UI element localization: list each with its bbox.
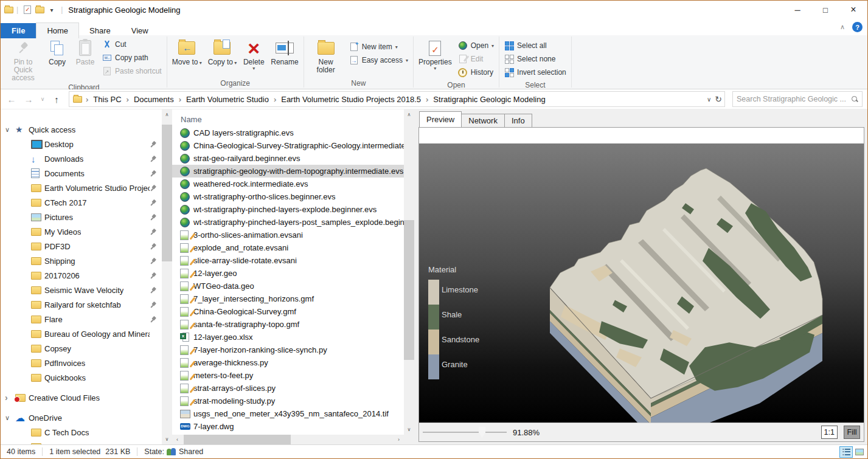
file-row[interactable]: stratigraphic-geology-with-dem-topograph… xyxy=(172,165,404,178)
file-row[interactable]: average-thickness.py xyxy=(172,356,404,369)
sidebar-item[interactable]: OneDrive xyxy=(1,410,162,425)
sidebar-item[interactable]: Copsey xyxy=(1,341,162,356)
history-button[interactable]: History xyxy=(456,67,496,78)
refresh-icon[interactable]: ↻ xyxy=(715,94,722,104)
search-input[interactable] xyxy=(737,95,852,103)
sidebar-item[interactable]: Seismic Wave Velocity xyxy=(1,283,162,297)
details-view-button[interactable] xyxy=(839,446,853,458)
file-row[interactable]: 12-layer.geo xyxy=(172,267,404,280)
column-header-name[interactable]: Name xyxy=(172,109,404,126)
sidebar-item[interactable]: Dev CTech xyxy=(1,440,162,444)
sidebar-item[interactable]: Documents xyxy=(1,166,162,181)
sidebar-item[interactable]: CTech 2017 xyxy=(1,195,162,210)
paste-shortcut-button[interactable]: Paste shortcut xyxy=(100,66,164,77)
menu-tab[interactable]: Home xyxy=(36,22,79,38)
properties-button[interactable]: Properties ▾ xyxy=(415,36,455,71)
address-dropdown-icon[interactable]: ∨ xyxy=(707,96,711,103)
zoom-slider-thumb[interactable] xyxy=(479,427,485,438)
scrollbar-thumb[interactable] xyxy=(404,220,414,360)
file-row[interactable]: 3-ortho-slices-animation.evsani xyxy=(172,229,404,241)
forward-button[interactable]: → xyxy=(21,92,36,106)
breadcrumb-segment[interactable]: Earth Volumetric Studio xyxy=(176,95,271,104)
menu-tab[interactable]: Share xyxy=(79,23,121,38)
scroll-down-icon[interactable]: ∨ xyxy=(404,424,414,435)
search-icon[interactable] xyxy=(852,96,858,103)
file-row[interactable]: meters-to-feet.py xyxy=(172,369,404,382)
scroll-left-icon[interactable]: ‹ xyxy=(172,435,182,444)
sidebar-item[interactable]: PDF3D xyxy=(1,239,162,254)
file-row[interactable]: explode_and_rotate.evsani xyxy=(172,241,404,254)
file-row[interactable]: China-Geological-Survey.gmf xyxy=(172,305,404,318)
scroll-down-icon[interactable]: ∨ xyxy=(162,434,172,444)
sidebar-item[interactable]: 20170206 xyxy=(1,268,162,283)
help-icon[interactable]: ? xyxy=(852,22,863,32)
horizontal-scrollbar[interactable]: ‹ › xyxy=(172,435,404,444)
breadcrumb-segment[interactable]: This PC xyxy=(83,95,124,104)
menu-tab[interactable]: File xyxy=(1,23,36,38)
file-list-scrollbar[interactable]: ∧ ∨ xyxy=(404,109,414,435)
sidebar-item[interactable]: My Videos xyxy=(1,224,162,239)
file-row[interactable]: strat-arrays-of-slices.py xyxy=(172,382,404,395)
file-row[interactable]: wt-stratigraphy-pinched-layers-post_samp… xyxy=(172,216,404,229)
expand-chevron-icon[interactable] xyxy=(5,126,15,134)
close-button[interactable]: × xyxy=(839,1,867,19)
open-button[interactable]: Open xyxy=(456,40,496,51)
copy-button[interactable]: Copy xyxy=(43,36,71,67)
file-row[interactable]: 7-layer.dwg xyxy=(172,420,404,433)
sidebar-item[interactable]: Quick access xyxy=(1,122,162,137)
file-row[interactable]: 7_layer_intersecting_horizons.gmf xyxy=(172,292,404,305)
fill-button[interactable]: Fill xyxy=(844,426,860,439)
sidebar-item[interactable]: Quickbooks xyxy=(1,370,162,385)
maximize-button[interactable]: □ xyxy=(811,1,839,19)
file-row[interactable]: usgs_ned_one_meter_x43y395_nm_santafeco_… xyxy=(172,407,404,420)
new-folder-button[interactable]: New folder xyxy=(306,36,346,75)
copy-path-button[interactable]: w..Copy path xyxy=(100,52,164,63)
sidebar-item[interactable]: Downloads xyxy=(1,151,162,166)
sidebar-item[interactable]: C Tech Docs xyxy=(1,425,162,440)
file-row[interactable]: WTGeo-data.geo xyxy=(172,280,404,292)
scroll-right-icon[interactable]: › xyxy=(394,435,404,444)
file-row[interactable]: CAD layers-stratigraphic.evs xyxy=(172,126,404,139)
file-row[interactable]: strat-geo-railyard.beginner.evs xyxy=(172,152,404,165)
breadcrumb-segment[interactable]: Earth Volumetric Studio Projects 2018.5 xyxy=(271,95,423,104)
delete-button[interactable]: Delete ▾ xyxy=(240,36,268,71)
breadcrumb-segment[interactable]: Documents xyxy=(124,95,176,104)
select-all-button[interactable]: Select all xyxy=(502,40,568,51)
cut-button[interactable]: Cut xyxy=(100,39,164,50)
file-row[interactable]: wt-stratigraphy-pinched-layers-explode.b… xyxy=(172,203,404,216)
sidebar-item[interactable]: Pictures xyxy=(1,210,162,224)
menu-tab[interactable]: View xyxy=(121,23,159,38)
file-row[interactable]: weathered-rock.intermediate.evs xyxy=(172,178,404,190)
pin-to-quick-access-button[interactable]: Pin to Quick access xyxy=(3,36,43,83)
easy-access-button[interactable]: Easy access xyxy=(347,55,410,66)
sidebar-item[interactable]: Bureau of Geology and Mineral Enginee xyxy=(1,326,162,341)
3d-viewport[interactable]: Material Limestone Shale Sands xyxy=(419,143,864,423)
sidebar-item[interactable]: Desktop xyxy=(1,137,162,151)
sidebar-item[interactable]: Flare xyxy=(1,312,162,326)
sidebar-scrollbar[interactable]: ∧ ∨ xyxy=(162,109,172,444)
file-row[interactable]: 12-layer.geo.xlsx xyxy=(172,331,404,343)
zoom-slider[interactable] xyxy=(423,426,507,438)
expand-chevron-icon[interactable] xyxy=(5,414,15,422)
paste-button[interactable]: Paste xyxy=(71,36,99,67)
collapse-ribbon-icon[interactable]: ∧ xyxy=(840,23,845,31)
scrollbar-thumb[interactable] xyxy=(184,435,291,444)
sidebar-item[interactable]: Railyard for sketchfab xyxy=(1,297,162,312)
copy-to-button[interactable]: Copy to xyxy=(205,36,240,67)
sidebar-item[interactable]: PdfInvoices xyxy=(1,356,162,370)
qat-customize-button[interactable]: ▾ xyxy=(46,4,58,16)
qat-new-folder-button[interactable] xyxy=(33,4,46,16)
thumbnail-view-button[interactable] xyxy=(853,446,866,458)
select-none-button[interactable]: Select none xyxy=(502,53,568,64)
sidebar-item[interactable]: Creative Cloud Files xyxy=(1,390,162,405)
scroll-up-icon[interactable]: ∧ xyxy=(162,109,172,120)
file-row[interactable]: slice-array-slide-rotate.evsani xyxy=(172,254,404,267)
rename-button[interactable]: Rename xyxy=(268,36,301,67)
invert-selection-button[interactable]: Invert selection xyxy=(502,67,568,78)
back-button[interactable]: ← xyxy=(4,92,19,106)
file-row[interactable]: China-Geological-Survey-Stratigraphic-Ge… xyxy=(172,139,404,152)
preview-tab[interactable]: Info xyxy=(504,114,532,127)
actual-size-button[interactable]: 1:1 xyxy=(821,426,838,439)
file-row[interactable]: strat-modeling-study.py xyxy=(172,395,404,407)
sidebar-item[interactable]: Shipping xyxy=(1,254,162,268)
